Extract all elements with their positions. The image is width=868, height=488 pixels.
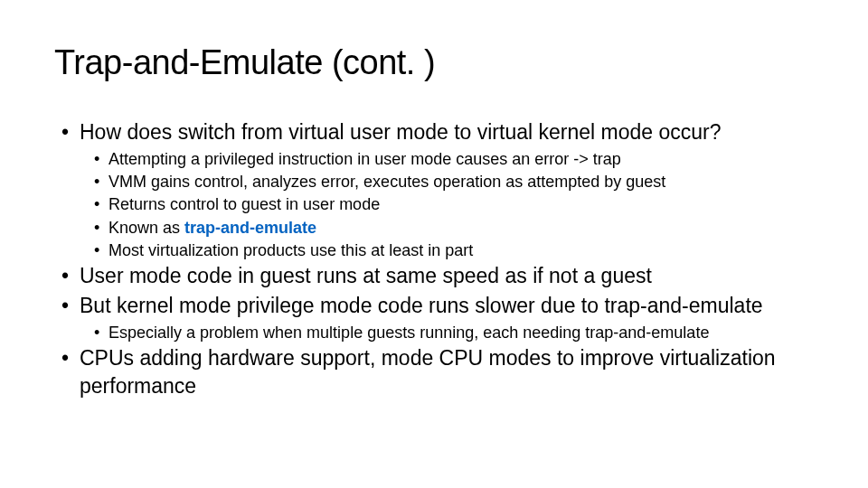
bullet-1d: Known as trap-and-emulate	[54, 217, 814, 239]
bullet-2: User mode code in guest runs at same spe…	[54, 262, 814, 290]
bullet-1d-pre: Known as	[108, 219, 184, 237]
bullet-list: How does switch from virtual user mode t…	[54, 118, 814, 400]
bullet-3a: Especially a problem when multiple guest…	[54, 322, 814, 344]
trap-and-emulate-term: trap-and-emulate	[184, 219, 316, 237]
bullet-1b: VMM gains control, analyzes error, execu…	[54, 171, 814, 193]
bullet-1a: Attempting a privileged instruction in u…	[54, 148, 814, 171]
slide-title: Trap-and-Emulate (cont. )	[54, 43, 814, 82]
bullet-1c: Returns control to guest in user mode	[54, 193, 814, 216]
bullet-1: How does switch from virtual user mode t…	[54, 118, 814, 146]
bullet-4: CPUs adding hardware support, mode CPU m…	[54, 344, 814, 400]
bullet-3: But kernel mode privilege mode code runs…	[54, 292, 814, 320]
slide: Trap-and-Emulate (cont. ) How does switc…	[0, 0, 868, 438]
bullet-1e: Most virtualization products use this at…	[54, 239, 814, 262]
